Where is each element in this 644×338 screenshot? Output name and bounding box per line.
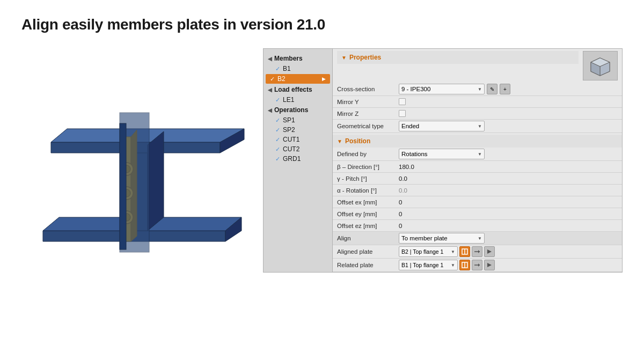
le1-label: LE1: [283, 96, 294, 104]
page-container: Align easily members plates in version 2…: [0, 0, 644, 338]
mirror-y-checkbox[interactable]: [399, 98, 406, 105]
le-arrow: ◀: [268, 87, 272, 93]
sp1-label: SP1: [283, 116, 295, 124]
defined-by-dropdown[interactable]: Rotations ▼: [399, 149, 485, 159]
aligned-plate-dropdown[interactable]: B2 | Top flange 1 ▼: [399, 246, 458, 257]
related-plate-value: B1 | Top flange 1: [401, 262, 443, 268]
cross-section-dropdown[interactable]: 9 - IPE300 ▼: [399, 84, 485, 94]
members-section-header: ◀ Members: [264, 53, 332, 64]
cut2-check: ✓: [275, 146, 280, 153]
tree-item-sp2[interactable]: ✓ SP2: [264, 125, 332, 135]
geometrical-type-value: Ended: [401, 123, 419, 129]
le-label: Load effects: [274, 86, 312, 93]
related-plate-dropdown[interactable]: B1 | Top flange 1 ▼: [399, 260, 458, 270]
related-plate-label: Related plate: [337, 262, 399, 268]
offset-ez-label: Offset ez [mm]: [337, 223, 399, 229]
cross-section-dd-arrow: ▼: [478, 87, 482, 92]
beta-row: β – Direction [°] 180.0: [333, 161, 622, 173]
load-effects-header: ◀ Load effects: [264, 84, 332, 95]
offset-ex-label: Offset ex [mm]: [337, 199, 399, 205]
offset-ey-label: Offset ey [mm]: [337, 211, 399, 217]
mirror-y-label: Mirror Y: [337, 99, 399, 105]
tree-item-b2[interactable]: ✓ B2: [266, 74, 330, 84]
beta-label: β – Direction [°]: [337, 164, 399, 170]
geometrical-type-label: Geometrical type: [337, 123, 399, 129]
grd1-label: GRD1: [283, 155, 301, 163]
b1-check: ✓: [275, 65, 280, 72]
svg-marker-7: [148, 131, 164, 231]
svg-marker-27: [487, 249, 492, 254]
offset-ez-row: Offset ez [mm] 0: [333, 220, 622, 232]
ops-arrow: ◀: [268, 107, 272, 113]
cross-section-row: Cross-section 9 - IPE300 ▼ ✎ +: [333, 83, 622, 96]
tree-item-b1[interactable]: ✓ B1: [264, 64, 332, 74]
alpha-row: α - Rotation [°] 0.0: [333, 185, 622, 196]
svg-marker-26: [478, 250, 480, 253]
cross-section-edit-btn[interactable]: ✎: [487, 84, 497, 94]
related-plate-value-container: B1 | Top flange 1 ▼: [399, 260, 618, 270]
sp2-check: ✓: [275, 127, 280, 134]
b1-label: B1: [283, 65, 291, 72]
geometrical-type-value-container: Ended ▼: [399, 121, 618, 131]
cross-section-value: 9 - IPE300: [401, 86, 430, 92]
aligned-plate-row: Aligned plate B2 | Top flange 1 ▼: [333, 245, 622, 259]
align-row: Align To member plate ▼: [333, 232, 622, 245]
geometrical-type-dd-arrow: ▼: [478, 124, 482, 129]
defined-by-row: Defined by Rotations ▼: [333, 148, 622, 161]
tree-item-grd1[interactable]: ✓ GRD1: [264, 154, 332, 164]
mirror-z-row: Mirror Z: [333, 108, 622, 120]
mirror-z-checkbox[interactable]: [399, 110, 406, 117]
tree-item-le1[interactable]: ✓ LE1: [264, 95, 332, 105]
tree-item-sp1[interactable]: ✓ SP1: [264, 115, 332, 125]
3d-icon: [583, 51, 618, 80]
geometrical-type-dropdown[interactable]: Ended ▼: [399, 121, 485, 131]
gamma-label: γ - Pitch [°]: [337, 175, 399, 182]
align-dropdown[interactable]: To member plate ▼: [399, 233, 485, 244]
svg-marker-31: [478, 263, 480, 267]
aligned-plate-icon2[interactable]: [472, 246, 482, 257]
related-plate-icon2[interactable]: [472, 260, 482, 270]
mirror-y-value: [399, 98, 618, 105]
members-arrow: ◀: [268, 56, 272, 62]
sp1-check: ✓: [275, 117, 280, 124]
cross-section-value-container: 9 - IPE300 ▼ ✎ +: [399, 84, 618, 94]
offset-ex-row: Offset ex [mm] 0: [333, 196, 622, 208]
defined-by-value-container: Rotations ▼: [399, 149, 618, 159]
related-plate-icon1[interactable]: [459, 260, 470, 270]
related-plate-dd-arrow: ▼: [451, 263, 455, 268]
svg-marker-32: [487, 263, 492, 267]
cut1-check: ✓: [275, 136, 280, 143]
alpha-label: α - Rotation [°]: [337, 187, 399, 194]
tree-item-cut1[interactable]: ✓ CUT1: [264, 135, 332, 144]
align-value-container: To member plate ▼: [399, 233, 618, 244]
offset-ey-row: Offset ey [mm] 0: [333, 208, 622, 220]
offset-ey-value-container: 0: [399, 211, 618, 217]
align-label: Align: [337, 235, 399, 241]
props-arrow: ▼: [341, 55, 347, 61]
mirror-z-value: [399, 110, 618, 117]
tree-item-cut2[interactable]: ✓ CUT2: [264, 144, 332, 154]
position-section-label: Position: [345, 137, 370, 145]
position-section-header: ▼ Position: [333, 135, 622, 148]
cross-section-add-btn[interactable]: +: [500, 84, 510, 94]
aligned-plate-icon3[interactable]: [484, 246, 495, 257]
aligned-plate-value-container: B2 | Top flange 1 ▼: [399, 246, 618, 257]
operations-header: ◀ Operations: [264, 105, 332, 115]
align-dd-arrow: ▼: [478, 236, 482, 241]
offset-ez-value-container: 0: [399, 223, 618, 229]
alpha-value: 0.0: [399, 187, 407, 194]
position-arrow: ▼: [337, 138, 342, 144]
page-title: Align easily members plates in version 2…: [21, 16, 623, 33]
mirror-z-label: Mirror Z: [337, 111, 399, 117]
properties-section-label: Properties: [349, 54, 381, 61]
cut1-label: CUT1: [283, 136, 299, 143]
aligned-plate-icon1[interactable]: [459, 246, 470, 257]
cut2-label: CUT2: [283, 145, 299, 153]
related-plate-icon3[interactable]: [484, 260, 495, 270]
ops-label: Operations: [274, 106, 308, 114]
panel-area: ◀ Members ✓ B1 ✓ B2 ◀ Load effects ✓ L: [263, 48, 623, 273]
le1-check: ✓: [275, 97, 280, 104]
members-label: Members: [274, 55, 303, 62]
offset-ey-value: 0: [399, 211, 402, 217]
defined-by-dd-arrow: ▼: [478, 152, 482, 157]
